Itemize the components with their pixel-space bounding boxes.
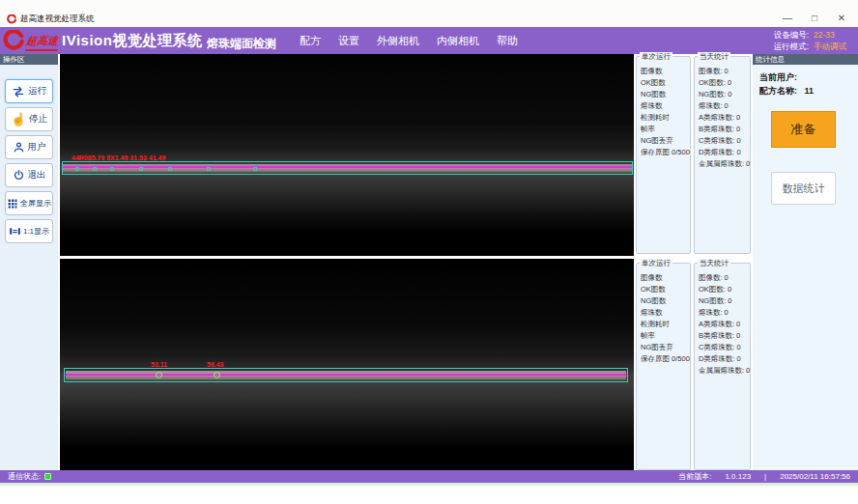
cycle-arrows-icon bbox=[12, 85, 25, 98]
stat-row: OK图数 bbox=[641, 284, 690, 295]
app-logo-icon bbox=[7, 14, 16, 24]
exit-button-label: 退出 bbox=[28, 169, 46, 182]
stat-row: NG图丢弃 bbox=[641, 135, 690, 147]
app-title: IVision视觉处理系统 bbox=[62, 32, 202, 50]
stat-row: 帧率 bbox=[641, 330, 690, 342]
defect-mark bbox=[253, 167, 257, 171]
stat-row: C类熔珠数: 0 bbox=[699, 342, 750, 353]
stat-row: NG图数: 0 bbox=[699, 89, 750, 100]
app-subtitle: 熔珠端面检测 bbox=[207, 36, 276, 52]
status-separator: | bbox=[764, 472, 766, 481]
stop-button[interactable]: ☝ 停止 bbox=[5, 107, 53, 131]
fullscreen-grid-icon bbox=[7, 198, 18, 210]
camera-view-upper: 44R085.79 8X1.49 31.53 41.49 bbox=[60, 54, 634, 256]
stat-row: D类熔珠数: 0 bbox=[699, 353, 750, 365]
exit-button[interactable]: 退出 bbox=[5, 163, 53, 187]
datetime-value: 2025/02/11 16:57:56 bbox=[780, 472, 850, 481]
detection-roi-lower bbox=[64, 368, 628, 382]
info-panel-title: 统计信息 bbox=[753, 54, 858, 65]
status-bar: 通信状态: 当前版本: 1.0.123 | 2025/02/11 16:57:5… bbox=[0, 470, 858, 483]
stat-row: 保存原图 0/500 bbox=[641, 147, 690, 158]
one-to-one-button[interactable]: 1:1显示 bbox=[5, 219, 53, 243]
device-info: 设备编号: 22-33 运行模式: 手动调试 bbox=[774, 29, 846, 52]
stat-row: C类熔珠数: 0 bbox=[699, 135, 750, 147]
menu-item[interactable]: 设置 bbox=[338, 34, 359, 48]
stat-row: 图像数: 0 bbox=[699, 272, 750, 284]
menu-item[interactable]: 外侧相机 bbox=[377, 34, 419, 48]
stat-row: 保存原图 0/500 bbox=[641, 353, 690, 365]
sidebar-title: 操作区 bbox=[0, 54, 58, 65]
stat-row: B类熔珠数: 0 bbox=[699, 124, 750, 135]
menu-item[interactable]: 帮助 bbox=[497, 34, 518, 48]
stat-row: OK图数 bbox=[641, 77, 690, 89]
statistics-info-panel: 统计信息 当前用户: 配方名称: 11 准备 数据统计 bbox=[753, 54, 858, 470]
minimize-button[interactable]: — bbox=[779, 12, 796, 25]
measurement-label-1: 53.11 bbox=[151, 361, 167, 368]
os-titlebar: 超高速视觉处理系统 — □ ✕ bbox=[0, 0, 858, 27]
stat-row: NG图丢弃 bbox=[641, 342, 690, 353]
daily-stats-title: 当天统计 bbox=[698, 52, 730, 62]
daily-stats-groupbox: 当天统计 图像数: 0 OK图数: 0 NG图数: 0 熔珠数: 0 A类熔珠数… bbox=[694, 263, 751, 470]
version-value: 1.0.123 bbox=[725, 472, 751, 481]
one-to-one-button-label: 1:1显示 bbox=[23, 226, 49, 237]
app-window: 超高速视觉处理系统 — □ ✕ 超高速 IVision视觉处理系统 熔珠端面检测… bbox=[0, 0, 858, 504]
user-button[interactable]: 用户 bbox=[5, 135, 53, 159]
stop-button-label: 停止 bbox=[29, 113, 47, 126]
stats-section-upper: 单次运行 图像数 OK图数 NG图数 熔珠数 检测耗时 帧率 bbox=[636, 56, 751, 254]
defect-mark bbox=[93, 167, 97, 171]
stat-row: 熔珠数 bbox=[641, 307, 690, 319]
stat-row: 图像数: 0 bbox=[699, 66, 750, 77]
defect-mark bbox=[139, 167, 143, 171]
comm-status-label: 通信状态: bbox=[8, 471, 41, 482]
daily-stats-title: 当天统计 bbox=[698, 259, 730, 268]
measurement-label-2: 56.43 bbox=[207, 361, 224, 368]
single-run-title: 单次运行 bbox=[640, 259, 672, 268]
stat-row: A类熔珠数: 0 bbox=[699, 112, 750, 124]
maximize-button[interactable]: □ bbox=[806, 12, 823, 25]
menu-item[interactable]: 配方 bbox=[300, 34, 321, 48]
device-number-label: 设备编号: bbox=[774, 29, 809, 41]
stat-row: 检测耗时 bbox=[641, 319, 690, 330]
stat-row: NG图数 bbox=[641, 89, 690, 100]
current-user-row: 当前用户: bbox=[759, 70, 851, 84]
stat-row: 帧率 bbox=[641, 124, 690, 135]
camera-image-lower bbox=[60, 259, 634, 470]
window-title: 超高速视觉处理系统 bbox=[7, 14, 95, 25]
stat-row: OK图数: 0 bbox=[699, 77, 750, 89]
run-button[interactable]: 运行 bbox=[5, 79, 53, 103]
recipe-name-label: 配方名称: bbox=[759, 86, 797, 96]
bead-mark bbox=[214, 372, 220, 378]
bead-mark bbox=[156, 372, 162, 378]
fullscreen-button-label: 全屏显示 bbox=[20, 198, 51, 209]
power-icon bbox=[13, 169, 25, 182]
single-run-groupbox: 单次运行 图像数 OK图数 NG图数 熔珠数 检测耗时 帧率 bbox=[636, 263, 691, 470]
recipe-name-value: 11 bbox=[805, 86, 815, 96]
defect-mark bbox=[168, 167, 172, 171]
menu-item[interactable]: 内侧相机 bbox=[437, 34, 479, 48]
menubar: 配方 设置 外侧相机 内侧相机 帮助 bbox=[300, 27, 518, 54]
stat-row: A类熔珠数: 0 bbox=[699, 319, 750, 330]
stat-row: 图像数 bbox=[641, 66, 690, 77]
window-title-text: 超高速视觉处理系统 bbox=[20, 14, 95, 25]
stat-row: 金属屑熔珠数: 0 bbox=[699, 365, 750, 377]
camera-view-lower: 53.11 56.43 bbox=[60, 259, 634, 470]
one-to-one-icon bbox=[9, 225, 21, 238]
prepare-button[interactable]: 准备 bbox=[771, 111, 836, 148]
version-label: 当前版本: bbox=[678, 471, 711, 482]
data-statistics-button[interactable]: 数据统计 bbox=[771, 172, 836, 205]
stat-row: 图像数 bbox=[641, 272, 690, 284]
recipe-name-row: 配方名称: 11 bbox=[759, 84, 851, 98]
stats-column: 单次运行 图像数 OK图数 NG图数 熔珠数 检测耗时 帧率 bbox=[636, 54, 751, 470]
run-mode-value: 手动调试 bbox=[814, 41, 846, 52]
stat-row: 熔珠数: 0 bbox=[699, 100, 750, 112]
stats-section-lower: 单次运行 图像数 OK图数 NG图数 熔珠数 检测耗时 帧率 bbox=[636, 263, 751, 470]
operation-sidebar: 操作区 运行 ☝ 停止 用户 退出 bbox=[0, 54, 58, 470]
stat-row: 熔珠数 bbox=[641, 100, 690, 112]
desktop-edge bbox=[0, 483, 858, 486]
defect-mark bbox=[207, 167, 211, 171]
close-button[interactable]: ✕ bbox=[833, 12, 850, 25]
comm-status-led bbox=[44, 473, 51, 480]
fullscreen-button[interactable]: 全屏显示 bbox=[5, 191, 53, 215]
run-mode-label: 运行模式: bbox=[774, 41, 809, 52]
stat-row: NG图数 bbox=[641, 295, 690, 307]
